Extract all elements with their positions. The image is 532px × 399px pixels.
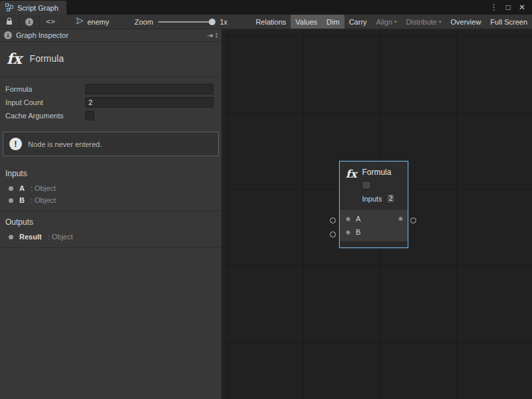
cache-arguments-checkbox[interactable] bbox=[85, 111, 94, 120]
window-maximize-icon[interactable]: □ bbox=[506, 3, 511, 11]
node-port-row-a: A bbox=[340, 212, 408, 225]
distribute-button[interactable]: Distribute ▾ bbox=[402, 15, 446, 29]
divider bbox=[0, 247, 221, 248]
cache-arguments-label: Cache Arguments bbox=[5, 112, 85, 120]
align-label: Align bbox=[376, 18, 392, 26]
output-port-result-icon[interactable] bbox=[398, 217, 403, 221]
outputs-heading: Outputs bbox=[0, 211, 221, 231]
port-dot-icon bbox=[9, 198, 13, 203]
inputs-heading: Inputs bbox=[0, 163, 221, 182]
graph-inspector-panel: i Graph Inspector ⇥ ▴ ▾ fx Formula Formu… bbox=[0, 29, 222, 399]
node-title: Formula bbox=[362, 168, 395, 177]
graph-breadcrumb[interactable]: enemy bbox=[76, 15, 109, 29]
full-screen-button[interactable]: Full Screen bbox=[485, 15, 532, 29]
tab-script-graph[interactable]: Script Graph bbox=[0, 1, 66, 15]
dim-button[interactable]: Dim bbox=[322, 15, 344, 29]
overview-label: Overview bbox=[451, 18, 481, 26]
graph-inspector-header: i Graph Inspector ⇥ ▴ ▾ bbox=[0, 29, 221, 42]
window-tab-bar: Script Graph ⋮ □ ✕ bbox=[0, 0, 532, 15]
port-type: : Object bbox=[48, 233, 73, 241]
relations-label: Relations bbox=[255, 18, 286, 26]
graph-toolbar: i <> enemy Zoom 1x Relations Values Dim … bbox=[0, 15, 532, 29]
inspect-button[interactable]: i bbox=[19, 15, 40, 29]
input-port-a-icon[interactable] bbox=[346, 217, 350, 221]
window-close-icon[interactable]: ✕ bbox=[519, 3, 525, 11]
port-type: : Object bbox=[31, 184, 56, 192]
formula-node[interactable]: fx Formula Inputs 2 A B bbox=[339, 161, 408, 248]
port-name: A bbox=[19, 184, 25, 192]
external-input-port-b[interactable] bbox=[330, 231, 336, 237]
formula-field-row: Formula bbox=[0, 82, 221, 96]
formula-input[interactable] bbox=[85, 84, 213, 94]
window-controls: ⋮ □ ✕ bbox=[490, 0, 532, 15]
inspector-header-controls: ⇥ ▴ ▾ bbox=[207, 31, 217, 40]
inputs-list: A : Object B : Object bbox=[0, 182, 221, 211]
formula-node-fields: Formula Inputs 2 bbox=[362, 168, 395, 203]
carry-button[interactable]: Carry bbox=[344, 15, 372, 29]
zoom-control: Zoom 1x bbox=[134, 15, 227, 29]
values-button[interactable]: Values bbox=[291, 15, 322, 29]
overview-button[interactable]: Overview bbox=[446, 15, 486, 29]
graph-breadcrumb-label: enemy bbox=[87, 18, 109, 26]
graph-inspector-title: Graph Inspector bbox=[16, 31, 68, 39]
warning-box: ! Node is never entered. bbox=[3, 132, 219, 156]
relations-button[interactable]: Relations bbox=[251, 15, 291, 29]
zoom-label: Zoom bbox=[134, 18, 153, 26]
port-name: Result bbox=[19, 233, 42, 241]
carry-label: Carry bbox=[349, 18, 367, 26]
dim-label: Dim bbox=[327, 18, 340, 26]
unit-fields: Formula Input Count Cache Arguments bbox=[0, 77, 221, 125]
unit-header: fx Formula bbox=[0, 42, 221, 76]
step-down-icon[interactable]: ▾ bbox=[215, 35, 217, 39]
port-name: B bbox=[19, 196, 25, 204]
input-port-row: B : Object bbox=[0, 194, 221, 206]
chevron-down-icon: ▾ bbox=[394, 19, 397, 25]
port-dot-icon bbox=[9, 235, 13, 239]
graph-pointer-icon bbox=[76, 17, 84, 26]
input-count-field-row: Input Count bbox=[0, 96, 221, 109]
toolbar-buttons: Relations Values Dim Carry Align ▾ Distr… bbox=[251, 15, 532, 29]
zoom-slider[interactable] bbox=[158, 21, 214, 23]
unit-title: Formula bbox=[30, 53, 64, 64]
cache-arguments-field-row: Cache Arguments bbox=[0, 109, 221, 122]
script-graph-icon bbox=[5, 3, 13, 13]
graph-canvas[interactable]: fx Formula Inputs 2 A B bbox=[222, 29, 532, 399]
formula-field-label: Formula bbox=[5, 85, 85, 93]
node-port-label: B bbox=[356, 228, 360, 236]
input-port-b-icon[interactable] bbox=[346, 230, 350, 235]
info-icon: i bbox=[25, 18, 33, 26]
lock-icon bbox=[6, 17, 13, 27]
input-count-label: Input Count bbox=[5, 98, 85, 106]
output-port-row: Result : Object bbox=[0, 231, 221, 243]
tab-label: Script Graph bbox=[17, 4, 59, 12]
dock-icon[interactable]: ⇥ bbox=[207, 31, 213, 40]
warning-icon: ! bbox=[9, 138, 22, 150]
distribute-label: Distribute bbox=[406, 18, 437, 26]
input-count-input[interactable] bbox=[85, 97, 213, 108]
input-port-row: A : Object bbox=[0, 182, 221, 194]
external-input-port-a[interactable] bbox=[330, 217, 336, 223]
node-input-count-field[interactable]: 2 bbox=[386, 194, 395, 203]
outputs-list: Result : Object bbox=[0, 231, 221, 247]
warning-text: Node is never entered. bbox=[28, 140, 102, 148]
info-icon: i bbox=[4, 31, 12, 39]
stepper-control[interactable]: ▴ ▾ bbox=[215, 32, 217, 39]
node-port-label: A bbox=[356, 215, 360, 223]
node-port-row-b: B bbox=[340, 225, 408, 239]
node-formula-input[interactable] bbox=[362, 181, 371, 190]
align-button[interactable]: Align ▾ bbox=[372, 15, 402, 29]
full-screen-label: Full Screen bbox=[490, 18, 527, 26]
formula-fx-icon: fx bbox=[7, 50, 22, 67]
lock-button[interactable] bbox=[0, 15, 19, 29]
external-output-port-result[interactable] bbox=[410, 217, 416, 223]
port-type: : Object bbox=[31, 196, 56, 204]
values-label: Values bbox=[295, 18, 317, 26]
window-menu-icon[interactable]: ⋮ bbox=[490, 3, 498, 11]
node-inputs-row: Inputs 2 bbox=[362, 194, 395, 203]
formula-node-footer bbox=[340, 241, 408, 247]
zoom-slider-handle[interactable] bbox=[209, 19, 215, 25]
chevron-down-icon: ▾ bbox=[439, 19, 442, 25]
edit-source-button[interactable]: <> bbox=[40, 15, 63, 29]
zoom-value: 1x bbox=[219, 18, 227, 26]
formula-node-ports: A B bbox=[340, 209, 408, 241]
